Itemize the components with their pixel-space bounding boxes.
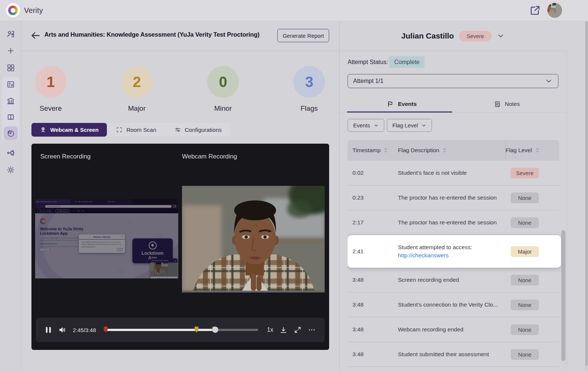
flag-level-badge: None	[511, 217, 539, 228]
column-timestamp[interactable]: Timestamp	[352, 147, 398, 154]
event-description: Screen recording ended	[398, 276, 501, 284]
volume-button[interactable]	[58, 325, 67, 334]
header-divider	[21, 51, 567, 51]
events-table-scrollbar[interactable]	[561, 230, 565, 361]
event-row[interactable]: 3:48 Screen recording ended None	[348, 268, 559, 293]
event-row[interactable]: 3:48 Webcam recording ended None	[348, 317, 559, 342]
flag-level-badge: None	[511, 275, 539, 285]
brand-name: Verity	[24, 6, 43, 15]
flag-level-badge: None	[511, 349, 539, 360]
flag-level-filter[interactable]: Flag Level	[387, 119, 432, 132]
student-chevron-down-icon[interactable]	[497, 32, 505, 40]
webcam-icon	[40, 126, 47, 133]
flag-level-badge: None	[511, 300, 539, 310]
verity-logo[interactable]	[6, 3, 20, 18]
download-button[interactable]	[279, 326, 288, 334]
event-description: Webcam recording ended	[398, 325, 501, 334]
external-link-icon[interactable]	[530, 5, 541, 16]
flag-icon	[387, 100, 394, 108]
events-filter[interactable]: Events	[348, 119, 384, 132]
tab-room-scan-label: Room Scan	[126, 127, 156, 133]
attempt-selector[interactable]: Attempt 1/1	[348, 74, 558, 88]
seek-bar[interactable]	[105, 326, 258, 334]
webcam-recording-video[interactable]	[182, 186, 325, 293]
integrations-icon[interactable]	[6, 148, 15, 157]
settings-icon[interactable]	[6, 166, 15, 174]
event-description: The proctor has re-entered the session	[398, 194, 501, 202]
summary-major: 2 Major	[115, 66, 159, 113]
flags-count-circle: 3	[293, 66, 325, 98]
event-description: Student's face is not visible	[398, 169, 501, 177]
header-column-divider	[506, 140, 506, 161]
event-timestamp: 3:48	[348, 277, 398, 283]
add-icon[interactable]	[6, 46, 15, 55]
sort-icon	[442, 147, 447, 153]
event-timestamp: 0:23	[348, 194, 398, 201]
analytics-icon[interactable]	[6, 129, 15, 138]
seek-handle[interactable]	[212, 327, 219, 333]
column-flag-description[interactable]: Flag Description	[398, 147, 492, 154]
major-label: Major	[115, 104, 159, 113]
event-row[interactable]: 3:48 Student's connection to the Verity …	[348, 293, 559, 317]
screen-recording-video[interactable]: Arts and Humanities: Knowl...× ●Quiz: Ar…	[35, 199, 178, 278]
back-arrow-icon[interactable]	[30, 30, 41, 41]
institution-icon[interactable]	[6, 96, 15, 105]
user-login-icon[interactable]	[6, 30, 15, 39]
student-name: Julian Castillo	[401, 31, 454, 40]
event-link[interactable]: http://checkanswers	[398, 251, 501, 260]
tab-webcam-screen[interactable]: Webcam & Screen	[31, 123, 107, 137]
configurations-icon	[174, 126, 181, 133]
event-description: Student attempted to access: http://chec…	[398, 243, 501, 259]
column-flag-level[interactable]: Flag Level	[506, 147, 540, 154]
pause-button[interactable]	[45, 326, 52, 334]
playback-speed-button[interactable]: 1x	[267, 327, 273, 333]
tab-webcam-screen-label: Webcam & Screen	[50, 127, 99, 133]
room-scan-icon	[116, 126, 123, 133]
flag-level-badge: Major	[511, 246, 539, 257]
flag-level-badge: None	[511, 193, 539, 203]
page-scrollbar-thumb[interactable]	[585, 21, 588, 366]
tab-configurations-label: Configurations	[185, 127, 222, 133]
more-options-button[interactable]	[308, 326, 316, 334]
assessment-title: Arts and Humanities: Knowledge Assessmen…	[44, 31, 260, 38]
flag-level-badge: None	[511, 324, 539, 335]
sort-icon	[383, 147, 388, 153]
tab-room-scan[interactable]: Room Scan	[107, 123, 165, 137]
events-table-body: 0:02 Student's face is not visible Sever…	[348, 161, 561, 367]
severe-flag-marker[interactable]	[104, 327, 108, 332]
summary-severe: 1 Severe	[28, 66, 73, 113]
apps-grid-icon[interactable]	[6, 63, 15, 72]
event-row[interactable]: 2:17 The proctor has re-entered the sess…	[348, 210, 559, 235]
panel-divider	[339, 21, 339, 371]
event-row[interactable]: 3:48 Student submitted their assessment …	[348, 342, 559, 367]
webcam-recording-label: Webcam Recording	[182, 153, 237, 160]
event-row[interactable]: 2:41 Student attempted to access: http:/…	[348, 235, 561, 268]
report-icon[interactable]	[6, 80, 15, 89]
minor-label: Minor	[201, 104, 245, 113]
event-timestamp: 3:48	[348, 326, 398, 333]
tab-notes[interactable]: Notes	[494, 98, 520, 110]
student-header: Julian Castillo Severe	[339, 21, 567, 51]
major-flag-marker[interactable]	[195, 327, 199, 332]
event-row[interactable]: 0:23 The proctor has re-entered the sess…	[348, 186, 559, 210]
event-description: Student's connection to the Verity Clo..…	[398, 301, 501, 309]
tab-events[interactable]: Events	[387, 98, 417, 110]
event-timestamp: 3:48	[348, 351, 398, 358]
user-avatar[interactable]	[547, 3, 562, 18]
event-description: Student submitted their assessment	[398, 350, 501, 358]
event-timestamp: 0:02	[348, 170, 398, 176]
fullscreen-button[interactable]	[294, 326, 302, 334]
severe-label: Severe	[28, 104, 73, 113]
tab-configurations[interactable]: Configurations	[165, 123, 231, 137]
recording-player: Screen Recording Webcam Recording Arts a…	[31, 144, 329, 350]
flags-label: Flags	[287, 104, 331, 113]
notes-icon	[494, 100, 501, 108]
generate-report-button[interactable]: Generate Report	[277, 29, 329, 42]
attempt-status-label: Attempt Status:	[348, 59, 388, 66]
page-scrollbar[interactable]	[585, 0, 588, 371]
verity-app: Verity Arts and Humanit	[0, 0, 588, 371]
event-row[interactable]: 0:02 Student's face is not visible Sever…	[348, 161, 559, 186]
attempt-status-badge: Complete	[389, 56, 425, 68]
library-icon[interactable]	[6, 113, 15, 121]
right-panel-edge	[567, 51, 567, 371]
